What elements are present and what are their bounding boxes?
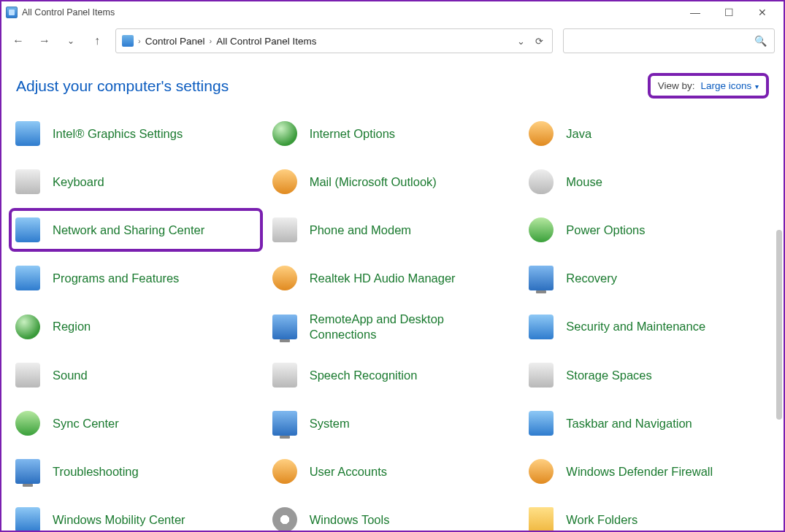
java-icon <box>526 119 556 148</box>
items-grid: Intel® Graphics SettingsInternet Options… <box>9 112 776 531</box>
item-phone-and-modem[interactable]: Phone and Modem <box>266 208 520 252</box>
item-system[interactable]: System <box>266 401 520 445</box>
windows-defender-firewall-icon <box>526 457 556 486</box>
view-by-label: View by: <box>658 80 695 91</box>
item-label: Security and Maintenance <box>566 319 705 334</box>
item-label: Region <box>53 319 91 334</box>
mail-microsoft-outlook-icon <box>270 167 299 196</box>
realtek-hd-audio-manager-icon <box>270 263 299 293</box>
content-area: Intel® Graphics SettingsInternet Options… <box>1 106 784 531</box>
close-button[interactable]: ✕ <box>746 1 779 23</box>
window: All Control Panel Items — ☐ ✕ ← → ⌄ ↑ › … <box>0 0 785 532</box>
breadcrumb[interactable]: › Control Panel › All Control Panel Item… <box>115 28 553 53</box>
item-sound[interactable]: Sound <box>9 353 263 397</box>
system-icon <box>270 409 299 438</box>
item-programs-and-features[interactable]: Programs and Features <box>9 256 263 300</box>
up-button[interactable]: ↑ <box>89 33 105 49</box>
remoteapp-and-desktop-connections-icon <box>270 312 299 342</box>
breadcrumb-icon <box>122 35 134 47</box>
internet-options-icon <box>270 119 299 148</box>
item-label: Intel® Graphics Settings <box>53 126 183 142</box>
view-by-value[interactable]: Large icons ▾ <box>700 80 759 91</box>
item-label: Storage Spaces <box>566 368 651 383</box>
windows-tools-icon <box>270 505 299 531</box>
maximize-button[interactable]: ☐ <box>712 1 746 23</box>
intel-graphics-settings-icon <box>13 119 42 148</box>
network-and-sharing-center-icon <box>13 215 42 244</box>
back-button[interactable]: ← <box>10 33 26 49</box>
control-panel-icon <box>6 7 18 18</box>
item-work-folders[interactable]: Work Folders <box>522 498 776 531</box>
phone-and-modem-icon <box>270 215 299 244</box>
item-label: Network and Sharing Center <box>53 223 204 238</box>
page-title: Adjust your computer's settings <box>16 77 229 95</box>
windows-mobility-center-icon <box>13 505 42 531</box>
keyboard-icon <box>13 167 42 196</box>
item-java[interactable]: Java <box>522 112 776 155</box>
item-label: Realtek HD Audio Manager <box>310 271 456 286</box>
scrollbar[interactable] <box>776 230 782 420</box>
item-label: Windows Tools <box>310 512 390 528</box>
taskbar-and-navigation-icon <box>526 409 556 438</box>
caret-down-icon: ▾ <box>753 82 759 90</box>
item-speech-recognition[interactable]: Speech Recognition <box>266 353 520 397</box>
item-label: Sound <box>53 368 88 383</box>
recent-dropdown[interactable]: ⌄ <box>63 33 79 49</box>
item-user-accounts[interactable]: User Accounts <box>266 450 520 493</box>
item-label: Taskbar and Navigation <box>566 416 692 431</box>
item-storage-spaces[interactable]: Storage Spaces <box>522 353 776 397</box>
programs-and-features-icon <box>13 263 42 293</box>
item-region[interactable]: Region <box>9 304 263 349</box>
item-recovery[interactable]: Recovery <box>522 256 776 300</box>
item-windows-tools[interactable]: Windows Tools <box>266 498 520 531</box>
recovery-icon <box>526 263 556 293</box>
mouse-icon <box>526 167 556 196</box>
item-label: Troubleshooting <box>53 464 139 479</box>
titlebar: All Control Panel Items — ☐ ✕ <box>1 1 784 23</box>
item-taskbar-and-navigation[interactable]: Taskbar and Navigation <box>522 401 776 445</box>
subheader: Adjust your computer's settings View by:… <box>1 58 784 106</box>
item-label: Power Options <box>566 223 645 238</box>
item-label: Work Folders <box>566 512 637 528</box>
breadcrumb-seg-2[interactable]: All Control Panel Items <box>216 36 316 47</box>
item-security-and-maintenance[interactable]: Security and Maintenance <box>522 304 776 349</box>
item-internet-options[interactable]: Internet Options <box>266 112 520 155</box>
chevron-right-icon: › <box>138 36 141 45</box>
item-label: Windows Defender Firewall <box>566 464 713 479</box>
item-label: Phone and Modem <box>310 223 411 238</box>
breadcrumb-seg-1[interactable]: Control Panel <box>145 36 205 47</box>
item-intel-graphics-settings[interactable]: Intel® Graphics Settings <box>9 112 263 155</box>
troubleshooting-icon <box>13 457 42 486</box>
item-network-and-sharing-center[interactable]: Network and Sharing Center <box>9 208 263 252</box>
security-and-maintenance-icon <box>526 312 556 342</box>
work-folders-icon <box>526 505 556 531</box>
address-dropdown[interactable]: ⌄ <box>514 36 528 47</box>
item-sync-center[interactable]: Sync Center <box>9 401 263 445</box>
sound-icon <box>13 361 42 390</box>
item-keyboard[interactable]: Keyboard <box>9 160 263 204</box>
item-label: Java <box>566 126 591 142</box>
sync-center-icon <box>13 409 42 438</box>
view-by-control[interactable]: View by: Large icons ▾ <box>648 73 769 99</box>
item-remoteapp-and-desktop-connections[interactable]: RemoteApp and Desktop Connections <box>266 304 520 349</box>
item-power-options[interactable]: Power Options <box>522 208 776 252</box>
refresh-button[interactable]: ⟳ <box>532 36 546 47</box>
item-realtek-hd-audio-manager[interactable]: Realtek HD Audio Manager <box>266 256 520 300</box>
item-mouse[interactable]: Mouse <box>522 160 776 204</box>
search-input[interactable]: 🔍 <box>563 28 775 53</box>
item-windows-mobility-center[interactable]: Windows Mobility Center <box>9 498 263 531</box>
item-label: Mail (Microsoft Outlook) <box>310 174 437 190</box>
item-windows-defender-firewall[interactable]: Windows Defender Firewall <box>522 450 776 493</box>
power-options-icon <box>526 215 556 244</box>
region-icon <box>13 312 42 342</box>
item-mail-microsoft-outlook[interactable]: Mail (Microsoft Outlook) <box>266 160 520 204</box>
item-label: User Accounts <box>310 464 387 479</box>
user-accounts-icon <box>270 457 299 486</box>
search-icon: 🔍 <box>754 35 767 47</box>
nav-toolbar: ← → ⌄ ↑ › Control Panel › All Control Pa… <box>1 23 784 58</box>
forward-button[interactable]: → <box>37 33 53 49</box>
item-label: Mouse <box>566 174 602 190</box>
storage-spaces-icon <box>526 361 556 390</box>
item-troubleshooting[interactable]: Troubleshooting <box>9 450 263 493</box>
minimize-button[interactable]: — <box>678 1 712 23</box>
